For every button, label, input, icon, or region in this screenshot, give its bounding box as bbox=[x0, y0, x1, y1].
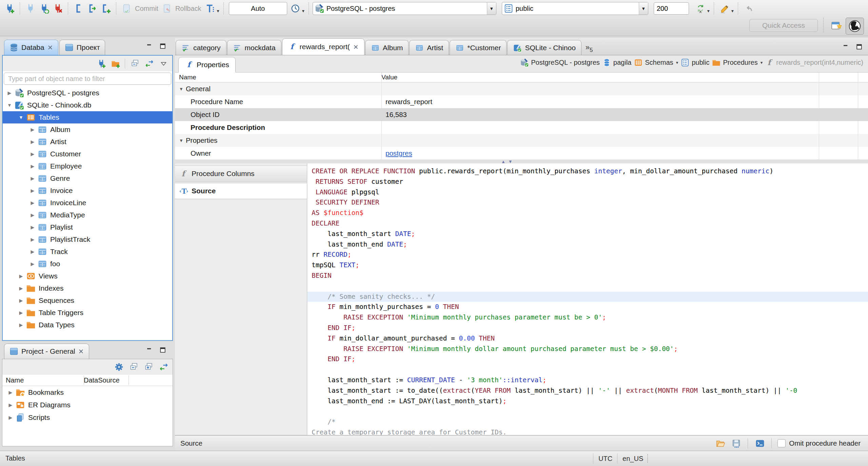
code-line[interactable]: /* bbox=[312, 417, 868, 427]
property-row-owner[interactable]: Ownerpostgres bbox=[175, 147, 868, 159]
tree-collapsed-arrow[interactable]: ▶ bbox=[28, 237, 37, 242]
editor-tab-mockdata[interactable]: mockdata bbox=[227, 40, 281, 55]
tree-item-views[interactable]: ▶Views bbox=[3, 270, 172, 282]
property-row-procedure-name[interactable]: Procedure Namerewards_report bbox=[175, 95, 868, 108]
code-line[interactable]: DECLARE bbox=[312, 218, 868, 229]
tree-collapsed-arrow[interactable]: ▶ bbox=[28, 127, 37, 132]
omit-procedure-header-checkbox[interactable] bbox=[777, 439, 786, 447]
schema-dropdown-arrow[interactable]: ▼ bbox=[639, 2, 648, 15]
tab-projects[interactable]: Проект bbox=[59, 40, 105, 55]
link-with-editor-button[interactable] bbox=[143, 57, 155, 70]
refresh-button[interactable] bbox=[694, 2, 707, 15]
refresh-dropdown-arrow[interactable]: ▾ bbox=[707, 8, 710, 14]
project-settings-button[interactable] bbox=[113, 361, 125, 373]
query-history-button[interactable] bbox=[289, 2, 302, 15]
tree-item-invoiceline[interactable]: ▶InvoiceLine bbox=[3, 197, 172, 209]
code-line[interactable]: RETURNS SETOF customer bbox=[312, 177, 868, 187]
maximize-icon[interactable] bbox=[855, 43, 863, 51]
editor-tab-album[interactable]: Album bbox=[365, 40, 409, 55]
tree-collapsed-arrow[interactable]: ▶ bbox=[28, 212, 37, 218]
tree-collapsed-arrow[interactable]: ▶ bbox=[17, 298, 25, 303]
code-line[interactable]: END IF; bbox=[312, 354, 868, 365]
code-line[interactable]: RAISE EXCEPTION 'Minimum monthly dollar … bbox=[312, 344, 868, 354]
nav-new-folder-button[interactable] bbox=[109, 57, 121, 70]
quick-access-input[interactable] bbox=[749, 19, 818, 32]
load-source-button[interactable] bbox=[714, 437, 727, 449]
code-line[interactable]: SECURITY DEFINER bbox=[312, 197, 868, 208]
tree-item-album[interactable]: ▶Album bbox=[3, 123, 172, 136]
tree-item-genre[interactable]: ▶Genre bbox=[3, 172, 172, 185]
column-divider[interactable] bbox=[381, 73, 382, 159]
commit-button-label[interactable]: Commit bbox=[135, 5, 158, 13]
project-item-er-diagrams[interactable]: ▶ER Diagrams bbox=[2, 399, 173, 411]
group-expand-arrow[interactable]: ▼ bbox=[179, 86, 183, 92]
editor-tab-artist[interactable]: Artist bbox=[409, 40, 449, 55]
maximize-icon[interactable] bbox=[159, 346, 167, 354]
disconnect-button[interactable] bbox=[24, 2, 37, 15]
active-connection-select[interactable]: PostgreSQL - postgres ▼ bbox=[313, 2, 496, 15]
property-row-general[interactable]: ▼General bbox=[175, 82, 868, 95]
tree-item-sqlite-chinook-db[interactable]: ▼SQLite - Chinook.db bbox=[3, 99, 172, 111]
breadcrumb-item-rewards-report-int4-numeric[interactable]: frewards_report(int4,numeric) bbox=[765, 58, 863, 67]
query-history-dropdown-arrow[interactable]: ▾ bbox=[302, 8, 304, 14]
tree-collapsed-arrow[interactable]: ▶ bbox=[17, 273, 25, 279]
tree-item-artist[interactable]: ▶Artist bbox=[3, 136, 172, 148]
tree-item-tables[interactable]: ▼Tables bbox=[3, 111, 172, 123]
tree-collapsed-arrow[interactable]: ▶ bbox=[28, 139, 37, 144]
column-header-datasource[interactable]: DataSource bbox=[84, 376, 120, 384]
tree-collapsed-arrow[interactable]: ▶ bbox=[6, 402, 15, 408]
close-icon[interactable] bbox=[353, 44, 359, 50]
project-expand-all-button[interactable] bbox=[143, 361, 155, 373]
code-line[interactable]: RAISE EXCEPTION 'Minimum monthly purchas… bbox=[312, 312, 868, 323]
close-connection-button[interactable] bbox=[51, 2, 64, 15]
tree-item-invoice[interactable]: ▶Invoice bbox=[3, 185, 172, 197]
tree-collapsed-arrow[interactable]: ▶ bbox=[17, 310, 25, 315]
code-line[interactable] bbox=[312, 365, 868, 375]
close-icon[interactable] bbox=[78, 348, 84, 354]
tree-expanded-arrow[interactable]: ▼ bbox=[5, 102, 14, 108]
commit-mode-select[interactable]: Auto bbox=[229, 2, 287, 15]
tree-collapsed-arrow[interactable]: ▶ bbox=[17, 322, 25, 328]
status-locale[interactable]: en_US bbox=[623, 455, 643, 463]
breadcrumb-item-pagila[interactable]: pagila bbox=[602, 58, 631, 67]
reconnect-button[interactable] bbox=[37, 2, 51, 15]
tree-collapsed-arrow[interactable]: ▶ bbox=[28, 261, 37, 267]
code-line[interactable]: last_month_start := to_date((extract(YEA… bbox=[312, 386, 868, 396]
sql-source-viewer[interactable]: CREATE OR REPLACE FUNCTION public.reward… bbox=[308, 163, 868, 435]
code-line[interactable]: IF min_monthly_purchases = 0 THEN bbox=[312, 302, 868, 312]
column-divider[interactable] bbox=[84, 375, 84, 385]
tree-item-sequences[interactable]: ▶Sequences bbox=[3, 294, 172, 307]
object-filter-input[interactable] bbox=[4, 73, 171, 85]
nav-new-connection-button[interactable] bbox=[95, 57, 107, 70]
undo-navigation-button[interactable] bbox=[742, 2, 755, 15]
tree-item-indexes[interactable]: ▶Indexes bbox=[3, 282, 172, 294]
close-icon[interactable] bbox=[47, 44, 53, 51]
code-line[interactable]: rr RECORD; bbox=[312, 250, 868, 260]
code-line[interactable]: last_month_start DATE; bbox=[312, 229, 868, 239]
transaction-log-dropdown-arrow[interactable]: ▾ bbox=[217, 8, 219, 14]
highlight-dropdown-arrow[interactable]: ▾ bbox=[731, 8, 734, 14]
active-schema-select[interactable]: public ▼ bbox=[502, 2, 648, 15]
owner-link[interactable]: postgres bbox=[386, 149, 412, 157]
project-link-button[interactable] bbox=[158, 361, 170, 373]
column-divider[interactable] bbox=[819, 73, 819, 159]
code-line[interactable]: LANGUAGE plpgsql bbox=[312, 187, 868, 198]
transaction-commit-mode-button[interactable] bbox=[85, 2, 99, 15]
dbeaver-perspective-button[interactable] bbox=[846, 18, 864, 35]
chevron-down-icon[interactable]: ▾ bbox=[676, 60, 678, 65]
minimize-icon[interactable] bbox=[842, 43, 850, 51]
tree-collapsed-arrow[interactable]: ▶ bbox=[28, 188, 37, 193]
open-perspective-button[interactable] bbox=[829, 18, 844, 33]
tree-collapsed-arrow[interactable]: ▶ bbox=[28, 249, 37, 254]
code-line[interactable]: IF min_dollar_amount_purchased = 0.00 TH… bbox=[312, 333, 868, 344]
editor-tab-sqlite-chinoo[interactable]: SQLite - Chinoo bbox=[507, 40, 581, 55]
tree-collapsed-arrow[interactable]: ▶ bbox=[6, 390, 15, 395]
code-line[interactable] bbox=[312, 281, 868, 292]
project-collapse-all-button[interactable] bbox=[128, 361, 140, 373]
property-row-properties[interactable]: ▼Properties bbox=[175, 134, 868, 147]
new-connection-button[interactable] bbox=[3, 2, 16, 15]
tree-item-customer[interactable]: ▶Customer bbox=[3, 148, 172, 160]
rollback-button-label[interactable]: Rollback bbox=[175, 5, 201, 13]
column-header-name[interactable]: Name bbox=[2, 376, 84, 384]
tree-item-track[interactable]: ▶Track bbox=[3, 246, 172, 258]
